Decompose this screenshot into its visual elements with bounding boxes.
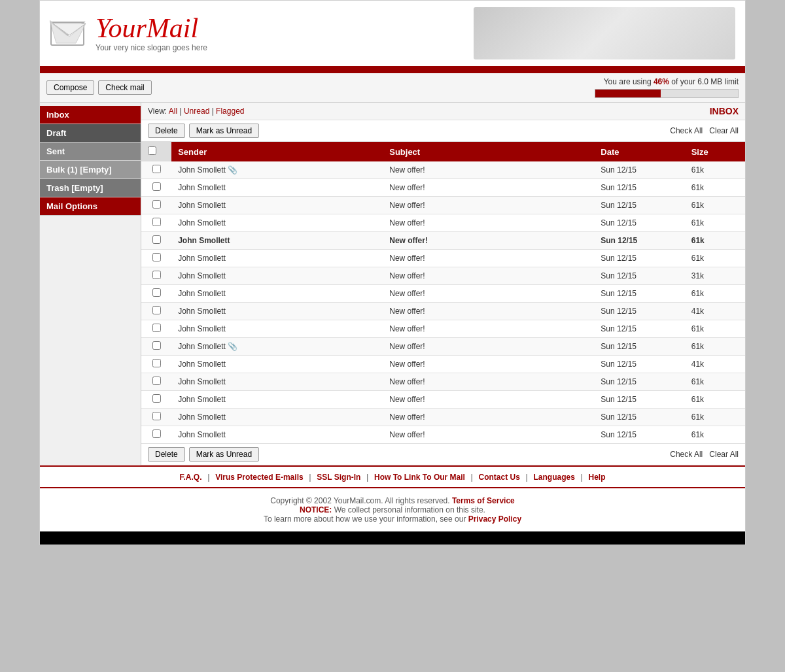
row-subject-4[interactable]: New offer! [383, 214, 594, 232]
row-date-4: Sun 12/15 [594, 214, 684, 232]
privacy-policy-link[interactable]: Privacy Policy [468, 514, 521, 524]
check-mail-button[interactable]: Check mail [98, 80, 151, 95]
sidebar-item-inbox[interactable]: Inbox [40, 106, 141, 124]
table-header-date: Date [594, 142, 684, 161]
row-subject-2[interactable]: New offer! [383, 179, 594, 197]
sidebar-item-draft[interactable]: Draft [40, 124, 141, 143]
row-subject-9[interactable]: New offer! [383, 303, 594, 320]
row-date-10: Sun 12/15 [594, 320, 684, 338]
table-row: John Smollett📎 New offer! Sun 12/15 61k [141, 161, 745, 179]
row-sender-15[interactable]: John Smollett [171, 409, 383, 426]
row-date-7: Sun 12/15 [594, 267, 684, 285]
mark-unread-button-top[interactable]: Mark as Unread [189, 124, 259, 138]
row-subject-15[interactable]: New offer! [383, 409, 594, 426]
row-checkbox-7[interactable] [152, 271, 161, 279]
row-subject-6[interactable]: New offer! [383, 250, 594, 267]
row-checkbox-14[interactable] [152, 394, 161, 403]
progress-bar-fill [595, 90, 661, 97]
row-date-14: Sun 12/15 [594, 391, 684, 409]
delete-button-top[interactable]: Delete [148, 124, 185, 138]
row-checkbox-cell [141, 391, 171, 409]
sidebar-item-trash[interactable]: Trash [Empty] [40, 179, 141, 197]
row-sender-10[interactable]: John Smollett [171, 320, 383, 338]
table-row: John Smollett New offer! Sun 12/15 61k [141, 197, 745, 214]
row-checkbox-6[interactable] [152, 253, 161, 261]
row-sender-7[interactable]: John Smollett [171, 267, 383, 285]
clear-all-link-top[interactable]: Clear All [709, 126, 739, 135]
row-sender-6[interactable]: John Smollett [171, 250, 383, 267]
row-subject-16[interactable]: New offer! [383, 426, 594, 444]
row-sender-2[interactable]: John Smollett [171, 179, 383, 197]
footer-help-link[interactable]: Help [588, 473, 605, 482]
row-checkbox-cell [141, 232, 171, 250]
row-size-15: 61k [685, 409, 745, 426]
select-all-checkbox[interactable] [148, 146, 156, 155]
footer-virus-link[interactable]: Virus Protected E-mails [215, 473, 304, 482]
footer-languages-link[interactable]: Languages [534, 473, 575, 482]
footer-contact-link[interactable]: Contact Us [479, 473, 520, 482]
row-sender-1[interactable]: John Smollett📎 [171, 161, 383, 179]
sidebar-item-sent[interactable]: Sent [40, 143, 141, 161]
row-checkbox-1[interactable] [152, 165, 161, 173]
mail-logo-icon [50, 17, 89, 50]
row-sender-12[interactable]: John Smollett [171, 356, 383, 373]
row-checkbox-10[interactable] [152, 324, 161, 332]
row-checkbox-8[interactable] [152, 288, 161, 297]
row-checkbox-13[interactable] [152, 377, 161, 385]
table-row: John Smollett New offer! Sun 12/15 31k [141, 267, 745, 285]
row-checkbox-cell [141, 250, 171, 267]
row-checkbox-15[interactable] [152, 412, 161, 420]
row-subject-14[interactable]: New offer! [383, 391, 594, 409]
check-all-link-top[interactable]: Check All [670, 126, 703, 135]
terms-of-service-link[interactable]: Terms of Service [452, 496, 515, 505]
row-checkbox-2[interactable] [152, 182, 161, 191]
row-checkbox-9[interactable] [152, 306, 161, 314]
row-checkbox-3[interactable] [152, 200, 161, 209]
row-subject-5[interactable]: New offer! [383, 232, 594, 250]
row-subject-12[interactable]: New offer! [383, 356, 594, 373]
footer-howto-link[interactable]: How To Link To Our Mail [374, 473, 465, 482]
row-subject-11[interactable]: New offer! [383, 338, 594, 356]
row-checkbox-4[interactable] [152, 218, 161, 226]
view-unread-link[interactable]: Unread [184, 107, 209, 116]
logo-title: YourMail [96, 14, 207, 42]
row-sender-16[interactable]: John Smollett [171, 426, 383, 444]
row-sender-9[interactable]: John Smollett [171, 303, 383, 320]
row-checkbox-16[interactable] [152, 429, 161, 438]
row-subject-1[interactable]: New offer! [383, 161, 594, 179]
footer-ssl-link[interactable]: SSL Sign-In [317, 473, 360, 482]
row-subject-13[interactable]: New offer! [383, 373, 594, 391]
delete-button-bottom[interactable]: Delete [148, 447, 185, 462]
check-all-link-bottom[interactable]: Check All [670, 450, 703, 459]
row-sender-5[interactable]: John Smollett [171, 232, 383, 250]
email-table: Sender Subject Date Size John Smollett📎 [141, 142, 745, 444]
clear-all-link-bottom[interactable]: Clear All [709, 450, 739, 459]
row-sender-3[interactable]: John Smollett [171, 197, 383, 214]
sidebar-item-bulk[interactable]: Bulk (1) [Empty] [40, 161, 141, 179]
row-date-1: Sun 12/15 [594, 161, 684, 179]
row-sender-13[interactable]: John Smollett [171, 373, 383, 391]
row-checkbox-12[interactable] [152, 359, 161, 367]
table-row: John Smollett New offer! Sun 12/15 61k [141, 373, 745, 391]
row-subject-8[interactable]: New offer! [383, 285, 594, 303]
view-all-link[interactable]: All [169, 107, 177, 116]
view-flagged-link[interactable]: Flagged [216, 107, 244, 116]
row-sender-8[interactable]: John Smollett [171, 285, 383, 303]
row-subject-7[interactable]: New offer! [383, 267, 594, 285]
table-row: John Smollett New offer! Sun 12/15 61k [141, 426, 745, 444]
mark-unread-button-bottom[interactable]: Mark as Unread [189, 447, 259, 462]
row-date-2: Sun 12/15 [594, 179, 684, 197]
table-header-subject: Subject [383, 142, 594, 161]
row-sender-14[interactable]: John Smollett [171, 391, 383, 409]
row-checkbox-11[interactable] [152, 341, 161, 350]
row-sender-11[interactable]: John Smollett📎 [171, 338, 383, 356]
row-size-11: 61k [685, 338, 745, 356]
row-subject-10[interactable]: New offer! [383, 320, 594, 338]
row-subject-3[interactable]: New offer! [383, 197, 594, 214]
row-sender-4[interactable]: John Smollett [171, 214, 383, 232]
row-checkbox-5[interactable] [152, 235, 161, 244]
footer-faq-link[interactable]: F.A.Q. [180, 473, 202, 482]
compose-button[interactable]: Compose [46, 80, 94, 95]
sidebar-item-mail-options[interactable]: Mail Options [40, 197, 141, 216]
action-bar-top-right: Check All Clear All [670, 126, 739, 135]
